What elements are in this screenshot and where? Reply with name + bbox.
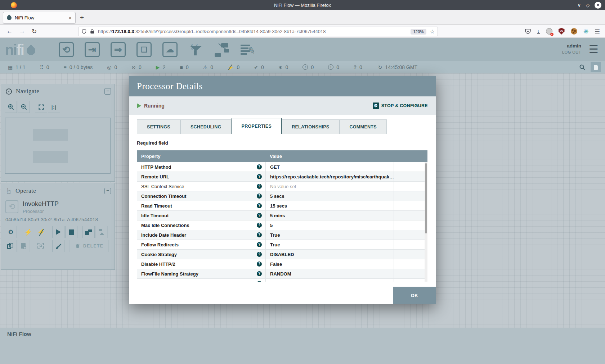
disable-button[interactable]: ⚡ — [35, 226, 47, 238]
process-group-tool-icon[interactable]: ❏ — [135, 41, 153, 58]
queued-count: 0 / 0 bytes — [70, 64, 93, 70]
help-icon[interactable]: ? — [257, 184, 262, 189]
browser-menu-icon[interactable]: ☰ — [595, 28, 600, 35]
tab-properties[interactable]: PROPERTIES — [232, 118, 282, 134]
screen: NiFi Flow — Mozilla Firefox ∨ ◇ × NiFi F… — [0, 0, 605, 364]
paste-button[interactable] — [18, 240, 30, 252]
minimap-component — [33, 129, 68, 141]
reload-icon[interactable]: ↻ — [32, 28, 37, 35]
browser-tabstrip: NiFi Flow × + — [0, 10, 605, 25]
refresh-time: 14:45:08 GMT — [385, 64, 417, 70]
help-icon[interactable]: ? — [257, 164, 262, 169]
birdseye-minimap[interactable] — [5, 118, 111, 174]
nifi-header-toolbar: nifi ⟲⇥⇒❏☁○ ○ ○✎ admin LOG OUT ☰ — [0, 38, 605, 61]
extension-icon[interactable]: ✳ — [583, 28, 588, 35]
shield-icon[interactable] — [81, 28, 87, 35]
configure-button[interactable]: ⚙ — [5, 226, 17, 238]
row-gutter — [394, 162, 425, 172]
operate-panel: ☞ Operate − ⟲ InvokeHTTP Processor 04b8f… — [1, 183, 115, 270]
stop-configure-gear-icon: ⚙ — [373, 103, 379, 109]
collapse-operate-icon[interactable]: − — [104, 188, 111, 194]
ublock-extension-icon[interactable]: uO — [559, 28, 565, 35]
zoom-out-button[interactable] — [18, 101, 30, 113]
zoom-fit-button[interactable] — [35, 101, 47, 113]
help-icon[interactable]: ? — [257, 252, 262, 257]
bookmark-star-icon[interactable]: ☆ — [430, 28, 435, 35]
remote-process-group-tool-icon[interactable]: ☁ — [161, 41, 179, 58]
downloads-icon[interactable]: ↓ — [537, 29, 540, 34]
ok-button[interactable]: OK — [393, 287, 436, 304]
fill-color-brush-icon[interactable] — [52, 240, 64, 252]
enable-button[interactable]: ⚡ — [22, 226, 34, 238]
processor-tool-icon[interactable]: ⟲ — [58, 41, 75, 58]
start-button[interactable] — [52, 226, 64, 238]
sync-failure-versioned-status: ?0 — [354, 64, 362, 70]
property-name: Connection Timeout — [141, 194, 257, 199]
tab-comments[interactable]: COMMENTS — [340, 119, 387, 134]
breadcrumb[interactable]: NiFi Flow — [7, 331, 31, 337]
help-icon[interactable]: ? — [257, 213, 262, 218]
input-port-tool-icon[interactable]: ⇥ — [84, 41, 101, 58]
upload-template-button[interactable] — [95, 226, 108, 238]
search-icon[interactable] — [579, 64, 586, 70]
back-icon[interactable]: ← — [6, 28, 13, 35]
processor-details-dialog: Processor Details Running ⚙ STOP & CONFI… — [129, 76, 436, 304]
maximize-icon[interactable]: ◇ — [586, 3, 590, 8]
output-port-tool-icon[interactable]: ⇒ — [109, 41, 127, 58]
cookie-extension-icon[interactable] — [571, 28, 577, 35]
tab-close-icon[interactable]: × — [69, 15, 72, 21]
minimize-icon[interactable]: ∨ — [577, 3, 581, 8]
pocket-icon[interactable] — [525, 28, 531, 35]
row-gutter — [394, 259, 425, 269]
tab-settings[interactable]: SETTINGS — [137, 119, 180, 134]
funnel-tool-icon[interactable]: ○ ○ ○ — [187, 41, 205, 58]
help-icon[interactable]: ? — [257, 271, 262, 276]
tab-scheduling[interactable]: SCHEDULING — [180, 119, 232, 134]
global-menu-icon[interactable]: ☰ — [589, 44, 599, 55]
new-tab-button[interactable]: + — [80, 14, 84, 22]
row-gutter — [394, 211, 425, 220]
label-tool-icon[interactable]: ✎ — [239, 41, 256, 58]
refresh-icon[interactable]: ↻ — [378, 65, 382, 70]
scrollbar-thumb[interactable] — [425, 163, 427, 233]
logout-link[interactable]: LOG OUT — [562, 50, 581, 54]
help-icon[interactable]: ? — [257, 203, 262, 208]
tab-relationships[interactable]: RELATIONSHIPS — [282, 119, 339, 134]
zoom-actual-button[interactable]: |:| — [48, 101, 60, 113]
selected-component-type: Processor — [23, 209, 59, 214]
dialog-tabs: SETTINGSSCHEDULINGPROPERTIESRELATIONSHIP… — [137, 118, 427, 134]
delete-button[interactable]: DELETE — [70, 240, 109, 252]
help-icon[interactable]: ? — [257, 174, 262, 179]
zoom-level-badge[interactable]: 120% — [411, 29, 426, 35]
group-button[interactable] — [35, 240, 47, 252]
create-template-button[interactable] — [82, 226, 95, 238]
template-tool-icon[interactable] — [213, 41, 230, 58]
help-icon[interactable]: ? — [257, 242, 262, 247]
forward-icon[interactable]: → — [19, 28, 25, 35]
sync-failure-versioned-count: 0 — [359, 64, 362, 70]
help-icon[interactable]: ? — [257, 194, 262, 199]
stop-and-configure-button[interactable]: ⚙ STOP & CONFIGURE — [373, 103, 428, 109]
help-icon[interactable]: ? — [257, 261, 262, 267]
nifi-logo: nifi — [5, 42, 51, 57]
zoom-in-button[interactable] — [5, 101, 17, 113]
collapse-navigate-icon[interactable]: − — [104, 88, 111, 95]
lock-warning-icon[interactable] — [90, 29, 95, 35]
new-canvas-panel-icon[interactable] — [591, 62, 601, 72]
browser-tab[interactable]: NiFi Flow × — [3, 12, 76, 24]
stop-button[interactable] — [65, 226, 77, 238]
close-window-icon[interactable]: × — [595, 2, 601, 9]
help-icon[interactable]: ? — [257, 281, 262, 282]
table-scrollbar[interactable] — [425, 162, 427, 282]
row-gutter — [394, 269, 425, 278]
url-bar[interactable]: https://172.18.0.3:32558/nifi/?processGr… — [78, 27, 438, 36]
property-row: Connection Timeout?5 secs — [137, 191, 427, 201]
property-value — [265, 279, 394, 282]
multi-account-extension-icon[interactable] — [546, 28, 552, 35]
help-icon[interactable]: ? — [257, 223, 262, 228]
help-icon[interactable]: ? — [257, 232, 262, 237]
up-to-date-versioned-status: ✔0 — [254, 64, 264, 70]
navigate-panel: Navigate − |:| — [1, 84, 115, 182]
copy-button[interactable] — [5, 240, 17, 252]
last-refresh[interactable]: ↻ 14:45:08 GMT — [378, 64, 417, 70]
